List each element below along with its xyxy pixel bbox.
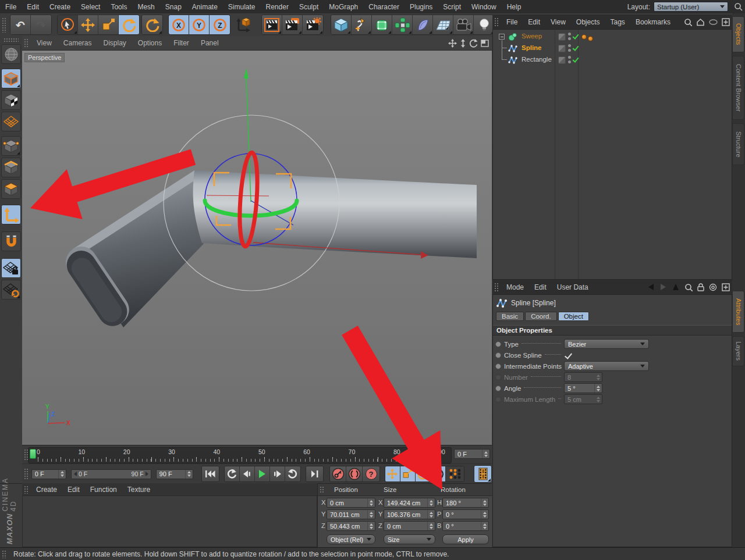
layer-toggle[interactable] — [558, 56, 566, 64]
key-position-button[interactable] — [385, 466, 400, 481]
object-row-rectangle[interactable]: Rectangle — [493, 54, 732, 66]
menu-animate[interactable]: Animate — [187, 3, 223, 11]
start-frame-field[interactable]: 0 F — [31, 469, 66, 479]
stepper-icon[interactable] — [367, 510, 375, 519]
object-name-sweep[interactable]: Sweep — [522, 33, 542, 40]
lock-y-axis-button[interactable]: Y — [189, 15, 210, 34]
object-name-spline[interactable]: Spline — [522, 44, 542, 51]
history-back-icon[interactable] — [647, 283, 655, 291]
tag-dot-icon[interactable] — [581, 34, 587, 40]
object-name-rectangle[interactable]: Rectangle — [522, 56, 552, 63]
status-grip[interactable] — [2, 550, 7, 558]
add-spline-button[interactable] — [352, 15, 372, 34]
next-key-button[interactable] — [285, 466, 300, 481]
add-deformer-button[interactable] — [413, 15, 433, 34]
size-z-field[interactable]: 0 cm — [384, 521, 435, 531]
previous-key-button[interactable] — [225, 466, 240, 481]
lock-z-axis-button[interactable]: Z — [210, 15, 230, 34]
search-icon[interactable] — [734, 2, 743, 11]
menu-tools[interactable]: Tools — [105, 3, 132, 11]
viewport-menu-cameras[interactable]: Cameras — [58, 39, 98, 47]
autokey-button[interactable] — [346, 466, 363, 481]
add-subdivision-surface-button[interactable] — [372, 15, 392, 34]
size-y-field[interactable]: 106.376 cm — [384, 509, 435, 519]
menu-create[interactable]: Create — [44, 3, 76, 11]
preview-range-slider[interactable]: 0 F 90 F — [71, 469, 151, 479]
menu-plugins[interactable]: Plugins — [405, 3, 438, 11]
coordinate-system-button[interactable] — [232, 15, 252, 34]
section-header-object-properties[interactable]: Object Properties — [493, 325, 732, 336]
sweep-object[interactable] — [59, 170, 477, 331]
apply-button[interactable]: Apply — [442, 534, 489, 544]
om-menu-file[interactable]: File — [501, 18, 523, 26]
am-menu-userdata[interactable]: User Data — [552, 283, 594, 291]
anim-dot-icon[interactable] — [495, 386, 501, 391]
om-menu-tags[interactable]: Tags — [605, 18, 630, 26]
tab-content-browser[interactable]: Content Browser — [732, 56, 744, 120]
pos-z-field[interactable]: 50.443 cm — [327, 521, 375, 531]
tab-structure[interactable]: Structure — [732, 123, 744, 165]
om-menu-objects[interactable]: Objects — [571, 18, 605, 26]
tab-coord[interactable]: Coord. — [525, 312, 557, 321]
menu-character[interactable]: Character — [363, 3, 405, 11]
play-button[interactable] — [255, 466, 270, 481]
visibility-dots[interactable] — [568, 56, 571, 63]
make-editable-button[interactable] — [1, 44, 21, 64]
enabled-check-icon[interactable] — [572, 44, 579, 51]
stepper-icon[interactable] — [427, 498, 435, 507]
mm-menu-create[interactable]: Create — [31, 486, 62, 494]
stepper-icon[interactable] — [481, 498, 488, 507]
visibility-dots[interactable] — [568, 33, 571, 40]
render-to-picture-viewer-button[interactable] — [282, 15, 303, 34]
key-pla-button[interactable] — [446, 466, 464, 481]
menu-help[interactable]: Help — [502, 3, 527, 11]
key-scale-button[interactable] — [400, 466, 416, 481]
anim-dot-icon[interactable] — [495, 341, 501, 347]
add-environment-button[interactable] — [433, 15, 453, 34]
menu-window[interactable]: Window — [466, 3, 502, 11]
intermediate-points-dropdown[interactable]: Adaptive — [564, 361, 649, 371]
stepper-icon[interactable] — [185, 470, 193, 479]
menu-mograph[interactable]: MoGraph — [324, 3, 363, 11]
arrow-up-icon[interactable] — [672, 283, 680, 291]
enable-axis-button[interactable] — [1, 205, 21, 224]
next-frame-button[interactable] — [270, 466, 285, 481]
viewport-canvas[interactable]: Perspective — [22, 50, 492, 445]
tab-objects[interactable]: Objects — [732, 16, 744, 52]
menu-script[interactable]: Script — [438, 3, 466, 11]
om-grip[interactable] — [494, 17, 499, 27]
coord-grip[interactable] — [320, 486, 325, 494]
edges-mode-button[interactable] — [1, 158, 21, 177]
pos-x-field[interactable]: 0 cm — [327, 498, 375, 508]
om-home-icon[interactable] — [696, 18, 705, 26]
menu-snap[interactable]: Snap — [160, 3, 187, 11]
tab-attributes[interactable]: Attributes — [732, 291, 744, 333]
layout-dropdown[interactable]: Startup (User) — [654, 2, 728, 12]
viewport-menu-options[interactable]: Options — [132, 39, 168, 47]
viewport-maximize-icon[interactable] — [481, 40, 489, 47]
viewport-menu-view[interactable]: View — [31, 39, 58, 47]
object-row-sweep[interactable]: Sweep — [493, 31, 732, 42]
stepper-icon[interactable] — [481, 510, 488, 519]
mm-menu-edit[interactable]: Edit — [62, 486, 85, 494]
enable-snap-button[interactable] — [1, 231, 21, 251]
workplane-align-button[interactable] — [1, 280, 21, 299]
visibility-dots[interactable] — [568, 44, 571, 52]
scale-tool-button[interactable] — [98, 15, 119, 34]
lock-x-axis-button[interactable]: X — [169, 15, 189, 34]
undo-button[interactable]: ↶ — [10, 15, 31, 34]
am-menu-edit[interactable]: Edit — [529, 283, 552, 291]
locked-workplane-button[interactable] — [1, 258, 21, 278]
history-forward-icon[interactable] — [659, 283, 667, 291]
tab-basic[interactable]: Basic — [496, 312, 524, 321]
stepper-icon[interactable] — [367, 522, 375, 530]
expand-toggle-icon[interactable] — [499, 34, 505, 40]
enabled-check-icon[interactable] — [572, 33, 579, 40]
lock-icon[interactable] — [697, 283, 704, 291]
stepper-icon[interactable] — [594, 384, 602, 393]
target-icon[interactable] — [709, 283, 717, 291]
end-frame-field[interactable]: 90 F — [156, 469, 193, 479]
timeline-ruler[interactable]: 010 2030 4050 6070 8090 — [28, 447, 452, 463]
stepper-icon[interactable] — [58, 470, 66, 479]
key-parameter-button[interactable]: P — [431, 466, 446, 481]
